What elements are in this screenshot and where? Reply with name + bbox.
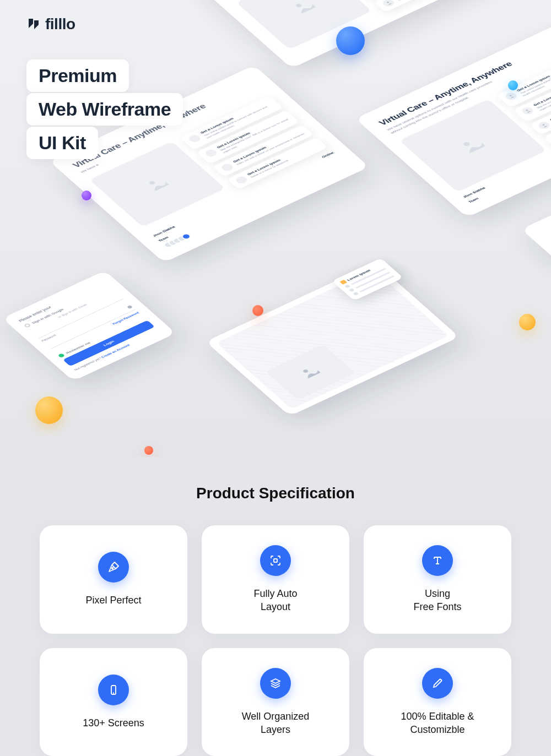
svg-point-5 <box>148 181 155 186</box>
spec-label: Fully AutoLayout <box>253 587 297 614</box>
person-icon <box>220 162 235 172</box>
svg-point-11 <box>302 369 309 373</box>
decorative-sphere-cyan <box>508 80 518 90</box>
mockup-card-virtual-care-main: Virtual Care – Anytime, Anywhere We have… <box>355 19 551 217</box>
list-item: Get a Lorem ipsumSpeak to a doctor by te… <box>374 0 475 12</box>
hero-section: filllo Premium Web Wireframe UI Kit Virt… <box>0 0 551 457</box>
pencil-icon <box>422 668 453 699</box>
mockup-card-map: Lorem ipsum <box>206 263 459 416</box>
spec-label: Well OrganizedLayers <box>242 710 310 737</box>
decorative-sphere-blue <box>336 26 365 55</box>
person-icon <box>203 148 219 158</box>
svg-point-12 <box>112 568 114 569</box>
layers-icon <box>260 668 291 699</box>
decorative-sphere-orange-2 <box>144 446 153 455</box>
decorative-sphere-yellow-2 <box>519 314 536 330</box>
image-placeholder-icon <box>266 344 356 400</box>
phone-icon <box>98 675 129 705</box>
map-popup: Lorem ipsum <box>332 258 403 301</box>
logo-mark-icon <box>26 17 41 31</box>
decorative-sphere-purple <box>82 191 91 200</box>
spec-label: 100% Editable &Customizble <box>401 710 474 737</box>
person-icon <box>234 175 250 185</box>
spec-card-layers: Well OrganizedLayers <box>202 648 349 756</box>
spec-label: UsingFree Fonts <box>413 587 461 614</box>
spec-heading: Product Specification <box>40 485 511 502</box>
map-area: Lorem ipsum <box>217 269 449 409</box>
logo-text: filllo <box>45 15 75 33</box>
svg-point-4 <box>386 1 390 3</box>
spec-grid: Pixel Perfect Fully AutoLayout UsingFree… <box>40 525 511 756</box>
pen-nib-icon <box>98 552 129 583</box>
svg-point-0 <box>295 3 302 8</box>
person-icon <box>536 121 551 130</box>
hero-title: Premium Web Wireframe UI Kit <box>26 59 183 160</box>
type-icon <box>422 545 453 576</box>
svg-point-6 <box>462 142 471 147</box>
signin-google[interactable]: Sign in with Google <box>24 286 112 328</box>
title-line-3: UI Kit <box>26 127 98 159</box>
spec-label: Pixel Perfect <box>85 594 141 607</box>
svg-point-8 <box>526 109 529 111</box>
brand-logo: filllo <box>26 15 75 33</box>
title-line-1: Premium <box>26 59 129 92</box>
svg-rect-13 <box>274 559 277 562</box>
spec-card-editable: 100% Editable &Customizble <box>364 648 511 756</box>
person-icon <box>520 106 536 116</box>
spec-card-screens: 130+ Screens <box>40 648 187 756</box>
decorative-sphere-orange-1 <box>252 305 263 316</box>
mockup-card-login: Please enter your Sign in with Google or… <box>2 270 176 381</box>
spec-card-pixel-perfect: Pixel Perfect <box>40 525 187 634</box>
spec-section: Product Specification Pixel Perfect Full… <box>0 457 551 756</box>
decorative-sphere-yellow-1 <box>35 396 63 424</box>
spec-label: 130+ Screens <box>83 716 144 730</box>
svg-point-7 <box>509 95 512 97</box>
spec-card-free-fonts: UsingFree Fonts <box>364 525 511 634</box>
spec-card-auto-layout: Fully AutoLayout <box>202 525 349 634</box>
title-line-2: Web Wireframe <box>26 93 183 126</box>
person-icon <box>187 134 202 144</box>
scan-icon <box>260 545 291 576</box>
person-icon <box>381 0 396 8</box>
person-icon <box>504 91 519 101</box>
eye-icon[interactable] <box>127 305 133 309</box>
popup-title: Lorem ipsum <box>339 263 383 285</box>
svg-point-9 <box>542 124 545 126</box>
